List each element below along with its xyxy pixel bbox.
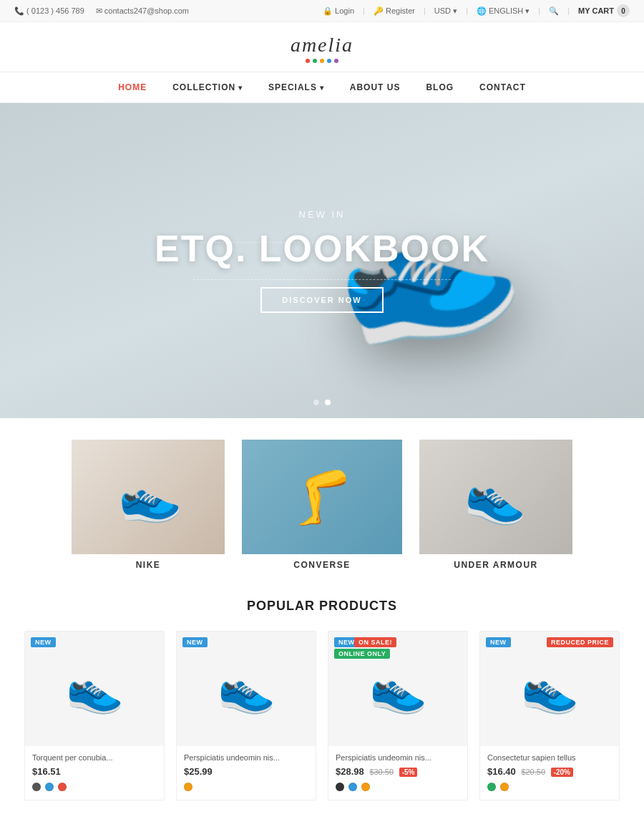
product-card-1[interactable]: NEW 👟 Torquent per conubia... $16.51 — [24, 631, 165, 800]
color-dot[interactable] — [361, 783, 370, 791]
category-under-armour[interactable]: 👟 UNDER ARMOUR — [419, 440, 572, 570]
category-converse[interactable]: 🦵 CONVERSE — [242, 440, 402, 570]
hero-discover-button[interactable]: DISCOVER NOW — [260, 287, 383, 313]
discount-badge-3: -5% — [399, 768, 418, 777]
product-card-4[interactable]: NEW REDUCED PRICE 👟 Consectetur sapien t… — [479, 631, 620, 800]
product-info-4: Consectetur sapien tellus $16.40 $20.50 … — [480, 746, 619, 800]
login-link[interactable]: 🔒 Login — [323, 6, 354, 16]
category-converse-image: 🦵 — [242, 440, 402, 554]
product-colors-3 — [336, 783, 460, 791]
color-dot[interactable] — [336, 783, 344, 791]
color-dot[interactable] — [58, 783, 67, 791]
top-bar-right: 🔒 Login | 🔑 Register | USD ▾ | 🌐 ENGLISH… — [323, 4, 630, 17]
nav-blog[interactable]: BLOG — [426, 82, 454, 92]
category-converse-label: CONVERSE — [242, 560, 402, 570]
nav-contact[interactable]: CONTACT — [479, 82, 526, 92]
color-dot[interactable] — [32, 783, 41, 791]
color-dot[interactable] — [184, 783, 192, 791]
category-nike[interactable]: 👟 NIKE — [72, 440, 225, 570]
hero-content: NEW IN ETQ. LOOKBOOK DISCOVER NOW — [155, 209, 489, 313]
badge-new-4: NEW — [486, 637, 511, 647]
hero-title: ETQ. LOOKBOOK — [155, 227, 489, 270]
product-colors-1 — [32, 783, 157, 791]
nav-about[interactable]: ABOUT US — [350, 82, 401, 92]
old-price-3: $30.50 — [369, 768, 394, 776]
category-nike-label: NIKE — [72, 560, 225, 570]
category-nike-image: 👟 — [72, 440, 225, 554]
badge-new-1: NEW — [31, 637, 56, 647]
product-colors-4 — [487, 783, 612, 791]
product-card-3[interactable]: NEW ON SALE! ONLINE ONLY 👟 Perspiciatis … — [328, 631, 468, 800]
cart-button[interactable]: MY CART 0 — [578, 4, 630, 17]
color-dot[interactable] — [45, 783, 54, 791]
phone-info: 📞 ( 0123 ) 456 789 — [14, 6, 84, 16]
badge-reduced-4: REDUCED PRICE — [547, 637, 613, 647]
product-price-3: $28.98 $30.50 -5% — [336, 766, 460, 777]
nav-home[interactable]: HOME — [118, 82, 147, 92]
site-logo[interactable]: amelia — [0, 34, 644, 57]
categories-section: 👟 NIKE 🦵 CONVERSE 👟 UNDER ARMOUR — [0, 418, 644, 591]
main-nav: HOME COLLECTION SPECIALS ABOUT US BLOG C… — [0, 72, 644, 103]
badge-online-3: ONLINE ONLY — [334, 649, 390, 659]
product-price-2: $25.99 — [184, 766, 308, 777]
hero-section: 👟 NEW IN ETQ. LOOKBOOK DISCOVER NOW — [0, 103, 644, 418]
product-name-1: Torquent per conubia... — [32, 753, 157, 762]
product-info-2: Perspiciatis undeomin nis... $25.99 — [177, 746, 316, 800]
product-price-4: $16.40 $20.50 -20% — [487, 766, 612, 777]
logo-dot-5 — [334, 59, 338, 63]
logo-dot-2 — [313, 59, 317, 63]
hero-new-in: NEW IN — [155, 209, 489, 220]
badge-sale-3: ON SALE! — [354, 637, 396, 647]
top-bar: 📞 ( 0123 ) 456 789 ✉ contacts247@shop.co… — [0, 0, 644, 22]
currency-selector[interactable]: USD ▾ — [434, 6, 457, 16]
register-link[interactable]: 🔑 Register — [374, 6, 415, 16]
category-ua-label: UNDER ARMOUR — [419, 560, 572, 570]
email-info: ✉ contacts247@shop.com — [96, 6, 189, 16]
color-dot[interactable] — [487, 783, 496, 791]
category-ua-image: 👟 — [419, 440, 572, 554]
products-grid: NEW 👟 Torquent per conubia... $16.51 NEW… — [14, 631, 630, 800]
color-dot[interactable] — [500, 783, 509, 791]
product-name-3: Perspiciatis undeomin nis... — [336, 753, 460, 762]
product-image-2: NEW 👟 — [177, 632, 316, 746]
product-card-2[interactable]: NEW 👟 Perspiciatis undeomin nis... $25.9… — [176, 631, 316, 800]
product-name-2: Perspiciatis undeomin nis... — [184, 753, 308, 762]
product-info-3: Perspiciatis undeomin nis... $28.98 $30.… — [328, 746, 467, 800]
product-name-4: Consectetur sapien tellus — [487, 753, 612, 762]
color-dot[interactable] — [348, 783, 357, 791]
nav-collection[interactable]: COLLECTION — [172, 82, 243, 92]
product-image-4: NEW REDUCED PRICE 👟 — [480, 632, 619, 746]
logo-dot-4 — [327, 59, 331, 63]
logo-dot-3 — [320, 59, 324, 63]
product-image-3: NEW ON SALE! ONLINE ONLY 👟 — [328, 632, 467, 746]
logo-bar: amelia — [0, 22, 644, 72]
search-icon[interactable]: 🔍 — [549, 6, 559, 16]
top-bar-left: 📞 ( 0123 ) 456 789 ✉ contacts247@shop.co… — [14, 6, 189, 16]
product-colors-2 — [184, 783, 308, 791]
product-price-1: $16.51 — [32, 766, 157, 777]
nav-specials[interactable]: SPECIALS — [268, 82, 324, 92]
popular-section-title: POPULAR PRODUCTS — [14, 599, 630, 614]
popular-products-section: POPULAR PRODUCTS NEW 👟 Torquent per conu… — [0, 591, 644, 822]
logo-dot-1 — [306, 59, 310, 63]
discount-badge-4: -20% — [551, 768, 573, 777]
product-info-1: Torquent per conubia... $16.51 — [25, 746, 164, 800]
product-image-1: NEW 👟 — [25, 632, 164, 746]
badge-new-2: NEW — [182, 637, 208, 647]
cart-count: 0 — [617, 4, 630, 17]
old-price-4: $20.50 — [521, 768, 545, 776]
logo-dots — [0, 59, 644, 63]
language-selector[interactable]: 🌐 ENGLISH ▾ — [477, 6, 530, 16]
